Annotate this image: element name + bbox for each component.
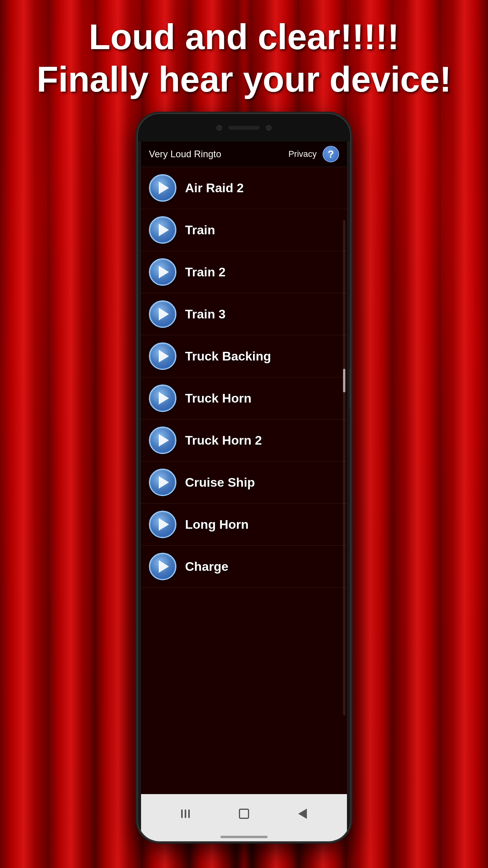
ringtone-item[interactable]: Cruise Ship [141, 462, 347, 504]
app-header-right: Privacy ? [288, 146, 339, 162]
play-triangle-icon [159, 308, 169, 320]
header-section: Loud and clear!!!!! Finally hear your de… [0, 16, 488, 101]
ringtone-item[interactable]: Long Horn [141, 504, 347, 546]
app-header: Very Loud Ringto Privacy ? [141, 142, 347, 167]
ringtone-name: Cruise Ship [185, 475, 255, 490]
side-button [349, 369, 350, 408]
help-button[interactable]: ? [323, 146, 339, 162]
ringtone-name: Air Raid 2 [185, 181, 244, 195]
ringtone-item[interactable]: Train 3 [141, 293, 347, 335]
scrollbar-track [343, 220, 345, 715]
ringtone-name: Truck Backing [185, 349, 271, 364]
play-triangle-icon [159, 224, 169, 236]
ringtone-name: Charge [185, 559, 228, 574]
play-triangle-icon [159, 392, 169, 405]
ringtone-item[interactable]: Truck Backing [141, 335, 347, 377]
ringtone-item[interactable]: Truck Horn 2 [141, 419, 347, 462]
camera-icon-2 [266, 125, 272, 131]
play-button[interactable] [149, 511, 176, 538]
menu-nav-button[interactable] [181, 809, 190, 818]
play-triangle-icon [159, 476, 169, 489]
play-button[interactable] [149, 300, 176, 328]
bottom-pill [220, 836, 268, 838]
play-button[interactable] [149, 258, 176, 286]
play-button[interactable] [149, 384, 176, 412]
play-button[interactable] [149, 427, 176, 454]
ringtone-name: Truck Horn [185, 391, 251, 406]
header-title: Loud and clear!!!!! Finally hear your de… [24, 16, 464, 101]
ringtone-item[interactable]: Truck Horn [141, 377, 347, 419]
phone-frame: Very Loud Ringto Privacy ? Air Raid 2 Tr… [138, 114, 350, 841]
play-button[interactable] [149, 553, 176, 580]
speaker-slot [228, 126, 260, 130]
ringtone-item[interactable]: Air Raid 2 [141, 167, 347, 209]
home-square-icon [239, 809, 249, 819]
phone-screen: Very Loud Ringto Privacy ? Air Raid 2 Tr… [141, 142, 347, 794]
ringtone-item[interactable]: Train 2 [141, 251, 347, 293]
play-triangle-icon [159, 266, 169, 278]
back-nav-button[interactable] [298, 809, 307, 819]
back-arrow-icon [298, 809, 307, 819]
play-button[interactable] [149, 174, 176, 202]
play-button[interactable] [149, 216, 176, 244]
play-button[interactable] [149, 342, 176, 370]
play-triangle-icon [159, 350, 169, 362]
home-nav-button[interactable] [239, 809, 249, 819]
bottom-nav [141, 794, 347, 841]
play-triangle-icon [159, 518, 169, 531]
header-line2: Finally hear your device! [37, 60, 451, 99]
ringtone-name: Long Horn [185, 517, 249, 532]
play-triangle-icon [159, 560, 169, 573]
ringtone-name: Train 3 [185, 307, 226, 322]
scrollbar-thumb [343, 369, 345, 392]
ringtone-name: Train 2 [185, 265, 226, 280]
ringtone-list: Air Raid 2 Train Train 2 Train 3 Truck B… [141, 167, 347, 794]
play-triangle-icon [159, 434, 169, 447]
app-title: Very Loud Ringto [149, 149, 221, 160]
ringtone-name: Truck Horn 2 [185, 433, 262, 448]
camera-icon [216, 125, 222, 131]
play-triangle-icon [159, 182, 169, 194]
ringtone-name: Train [185, 223, 215, 237]
play-button[interactable] [149, 469, 176, 496]
privacy-link[interactable]: Privacy [288, 149, 317, 159]
menu-lines-icon [181, 809, 190, 818]
ringtone-item[interactable]: Charge [141, 546, 347, 588]
header-line1: Loud and clear!!!!! [89, 17, 399, 57]
phone-notch [138, 114, 350, 142]
ringtone-item[interactable]: Train [141, 209, 347, 251]
